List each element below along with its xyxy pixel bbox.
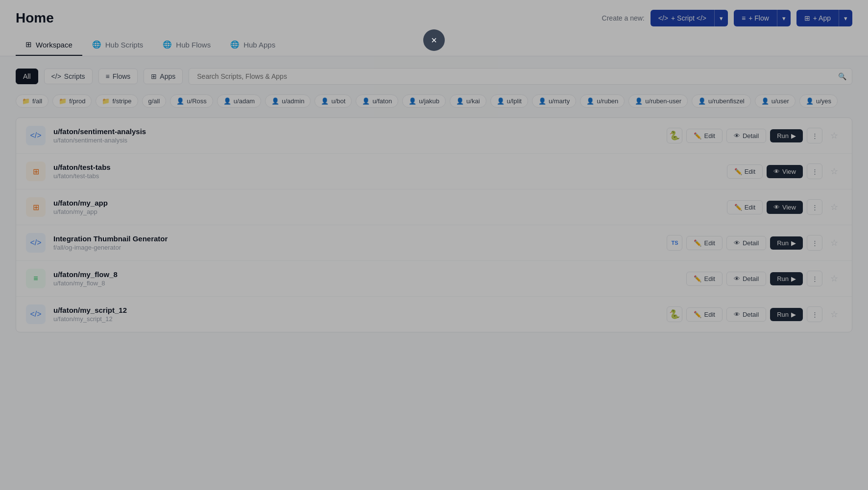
- view-button-my-app[interactable]: 👁View: [767, 201, 803, 214]
- item-name: u/faton/my_script_12: [53, 306, 659, 314]
- tag-u-ruben[interactable]: 👤u/ruben: [580, 94, 625, 108]
- detail-icon: 👁: [734, 311, 740, 318]
- edit-button-my-flow-8[interactable]: ✏️Edit: [686, 272, 722, 286]
- more-icon: ⋮: [812, 239, 818, 247]
- star-button-sentiment-analysis[interactable]: ☆: [826, 128, 842, 143]
- items-list: </> u/faton/sentiment-analysis u/faton/s…: [16, 117, 852, 332]
- filter-flows-button[interactable]: ≡ Flows: [98, 69, 138, 84]
- run-icon: ▶: [791, 239, 796, 247]
- item-info: u/faton/my_app u/faton/my_app: [53, 199, 719, 215]
- item-actions: ✏️Edit👁View ⋮ ☆: [727, 199, 842, 215]
- script-dropdown-button[interactable]: ▾: [714, 10, 728, 26]
- star-icon: ☆: [830, 309, 838, 320]
- edit-button-my-app[interactable]: ✏️Edit: [727, 200, 763, 214]
- more-button-my-flow-8[interactable]: ⋮: [807, 271, 822, 286]
- create-flow-button[interactable]: ≡ + Flow: [734, 10, 777, 26]
- more-button-og-image-generator[interactable]: ⋮: [807, 235, 822, 251]
- star-button-my-script-12[interactable]: ☆: [826, 306, 842, 322]
- user-icon: 👤: [586, 97, 594, 105]
- user-icon: 👤: [456, 97, 464, 105]
- tag-f-stripe[interactable]: 📁f/stripe: [96, 94, 138, 108]
- filter-bar: All </> Scripts ≡ Flows ⊞ Apps 🔍: [16, 68, 852, 85]
- list-item-og-image-generator: </> Integration Thumbnail Generator f/al…: [16, 225, 852, 261]
- run-button-my-flow-8[interactable]: Run▶: [770, 272, 803, 285]
- star-button-test-tabs[interactable]: ☆: [826, 163, 842, 179]
- detail-button-og-image-generator[interactable]: 👁Detail: [726, 236, 766, 250]
- item-actions: TS ✏️Edit👁DetailRun▶ ⋮ ☆: [667, 235, 842, 251]
- tag-u-rubenfiszel[interactable]: 👤u/rubenfiszel: [692, 94, 751, 108]
- item-icon-script: </>: [26, 233, 46, 253]
- app-dropdown-button[interactable]: ▾: [839, 10, 852, 26]
- item-name: u/faton/sentiment-analysis: [53, 127, 659, 136]
- tab-hub-apps[interactable]: 🌐 Hub Apps: [220, 34, 285, 56]
- create-app-button[interactable]: ⊞ + App: [796, 10, 839, 26]
- more-button-my-app[interactable]: ⋮: [807, 199, 822, 215]
- list-item-my-app: ⊞ u/faton/my_app u/faton/my_app ✏️Edit👁V…: [16, 189, 852, 225]
- tag-u-faton[interactable]: 👤u/faton: [356, 94, 398, 108]
- item-info: u/faton/my_flow_8 u/faton/my_flow_8: [53, 270, 678, 287]
- edit-button-sentiment-analysis[interactable]: ✏️Edit: [686, 129, 722, 143]
- detail-button-sentiment-analysis[interactable]: 👁Detail: [726, 129, 766, 143]
- star-button-my-flow-8[interactable]: ☆: [826, 271, 842, 286]
- script-btn-group: </> + Script </> ▾: [651, 10, 728, 26]
- more-button-my-script-12[interactable]: ⋮: [807, 306, 822, 322]
- tag-u-ross[interactable]: 👤u/Ross: [170, 94, 213, 108]
- run-button-sentiment-analysis[interactable]: Run▶: [770, 129, 803, 142]
- lang-badge-py: 🐍: [667, 306, 682, 322]
- item-name: u/faton/test-tabs: [53, 163, 719, 171]
- tag-u-user[interactable]: 👤u/user: [755, 94, 796, 108]
- edit-button-og-image-generator[interactable]: ✏️Edit: [686, 236, 722, 250]
- flow-icon: ≡: [742, 14, 746, 22]
- chevron-down-icon-app: ▾: [844, 15, 847, 22]
- flow-dropdown-button[interactable]: ▾: [777, 10, 791, 26]
- item-info: u/faton/test-tabs u/faton/test-tabs: [53, 163, 719, 180]
- tab-hub-flows[interactable]: 🌐 Hub Flows: [153, 34, 220, 56]
- run-button-og-image-generator[interactable]: Run▶: [770, 236, 803, 250]
- tag-f-prod[interactable]: 📁f/prod: [52, 94, 92, 108]
- star-button-my-app[interactable]: ☆: [826, 199, 842, 215]
- more-button-test-tabs[interactable]: ⋮: [807, 163, 822, 179]
- view-button-test-tabs[interactable]: 👁View: [767, 165, 803, 178]
- list-item-sentiment-analysis: </> u/faton/sentiment-analysis u/faton/s…: [16, 118, 852, 154]
- detail-button-my-script-12[interactable]: 👁Detail: [726, 307, 766, 322]
- list-item-test-tabs: ⊞ u/faton/test-tabs u/faton/test-tabs ✏️…: [16, 154, 852, 189]
- tag-f-all[interactable]: 📁f/all: [16, 94, 48, 108]
- hub-scripts-icon: 🌐: [92, 40, 101, 49]
- edit-button-my-script-12[interactable]: ✏️Edit: [686, 307, 722, 322]
- tab-workspace[interactable]: ⊞ Workspace: [16, 34, 82, 56]
- tab-hub-scripts[interactable]: 🌐 Hub Scripts: [82, 34, 153, 56]
- filter-all-button[interactable]: All: [16, 69, 38, 84]
- item-info: u/faton/sentiment-analysis u/faton/senti…: [53, 127, 659, 144]
- user-icon: 👤: [497, 97, 505, 105]
- tag-u-ruben-user[interactable]: 👤u/ruben-user: [628, 94, 688, 108]
- tag-u-yes[interactable]: 👤u/yes: [799, 94, 838, 108]
- more-button-sentiment-analysis[interactable]: ⋮: [807, 128, 822, 143]
- tag-filters: 📁f/all📁f/prod📁f/stripeg/all👤u/Ross👤u/ada…: [16, 94, 852, 108]
- search-input[interactable]: [189, 68, 852, 85]
- more-icon: ⋮: [812, 275, 818, 282]
- tag-u-marty[interactable]: 👤u/marty: [532, 94, 576, 108]
- item-actions: ✏️Edit👁DetailRun▶ ⋮ ☆: [686, 271, 842, 286]
- item-path: u/faton/my_app: [53, 208, 719, 215]
- run-button-my-script-12[interactable]: Run▶: [770, 308, 803, 321]
- list-item-my-script-12: </> u/faton/my_script_12 u/faton/my_scri…: [16, 297, 852, 332]
- tag-u-adam[interactable]: 👤u/adam: [217, 94, 261, 108]
- tag-u-admin[interactable]: 👤u/admin: [265, 94, 311, 108]
- user-icon: 👤: [409, 97, 416, 105]
- filter-apps-button[interactable]: ⊞ Apps: [144, 69, 183, 84]
- user-icon: 👤: [362, 97, 370, 105]
- item-actions: ✏️Edit👁View ⋮ ☆: [727, 163, 842, 179]
- user-icon: 👤: [538, 97, 546, 105]
- create-script-button[interactable]: </> + Script </>: [651, 10, 714, 26]
- tag-u-lplit[interactable]: 👤u/lplit: [490, 94, 528, 108]
- item-path: u/faton/my_script_12: [53, 315, 659, 323]
- close-modal-button[interactable]: ×: [423, 29, 445, 51]
- star-button-og-image-generator[interactable]: ☆: [826, 235, 842, 251]
- tag-g-all[interactable]: g/all: [142, 94, 167, 108]
- edit-button-test-tabs[interactable]: ✏️Edit: [727, 164, 763, 179]
- filter-scripts-button[interactable]: </> Scripts: [44, 69, 93, 84]
- tag-u-jakub[interactable]: 👤u/jakub: [402, 94, 446, 108]
- tag-u-bot[interactable]: 👤u/bot: [314, 94, 352, 108]
- tag-u-kai[interactable]: 👤u/kai: [450, 94, 486, 108]
- detail-button-my-flow-8[interactable]: 👁Detail: [726, 272, 766, 286]
